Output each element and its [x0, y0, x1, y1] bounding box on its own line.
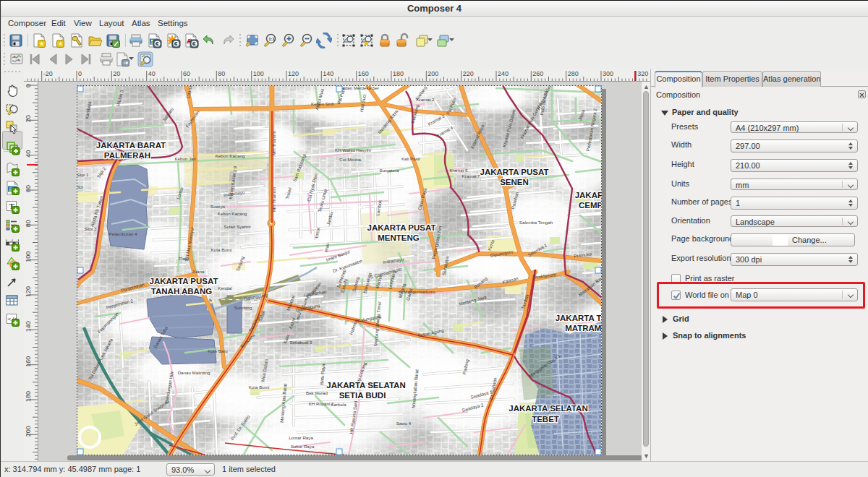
svg-text:40: 40 [148, 70, 156, 77]
svg-text:300: 300 [603, 70, 613, 77]
svg-text:60: 60 [183, 70, 190, 77]
svg-text:1:1: 1:1 [268, 37, 275, 41]
svg-text:260: 260 [532, 70, 543, 77]
svg-text:180: 180 [393, 70, 404, 77]
svg-text:80: 80 [218, 70, 225, 77]
svg-text:-20: -20 [43, 70, 53, 77]
svg-text:200: 200 [427, 70, 438, 77]
svg-text:180: 180 [25, 391, 32, 402]
svg-text:140: 140 [323, 70, 333, 77]
svg-text:40: 40 [25, 150, 32, 158]
svg-text:240: 240 [498, 70, 509, 77]
svg-text:120: 120 [25, 286, 32, 297]
svg-text:120: 120 [288, 70, 299, 77]
svg-text:0: 0 [25, 84, 32, 87]
svg-text:320: 320 [637, 70, 648, 77]
svg-text:160: 160 [358, 70, 369, 77]
svg-text:80: 80 [25, 220, 32, 227]
svg-text:20: 20 [113, 70, 120, 77]
svg-text:60: 60 [25, 185, 32, 192]
svg-text:100: 100 [25, 252, 32, 262]
svg-text:0: 0 [78, 70, 82, 77]
svg-text:100: 100 [253, 70, 264, 77]
svg-text:140: 140 [25, 321, 32, 332]
svg-text:20: 20 [25, 115, 32, 122]
svg-text:200: 200 [25, 426, 32, 437]
svg-text:280: 280 [568, 70, 579, 77]
svg-text:160: 160 [25, 356, 32, 367]
svg-text:220: 220 [463, 70, 474, 77]
